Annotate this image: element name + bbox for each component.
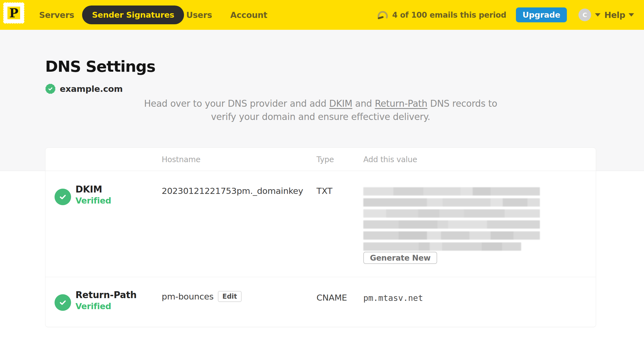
- table-header-row: Hostname Type Add this value: [45, 148, 596, 171]
- help-menu[interactable]: Help: [604, 0, 634, 30]
- verified-seal-icon: [45, 83, 56, 95]
- description-text-line2: verify your domain and ensure effective …: [211, 111, 430, 122]
- help-label: Help: [604, 10, 625, 20]
- page-title: DNS Settings: [45, 57, 155, 75]
- gauge-icon: [377, 10, 388, 19]
- description-text: and: [352, 98, 375, 109]
- hostname-cell: pm-bounces: [162, 291, 213, 301]
- chevron-down-icon: [595, 13, 600, 17]
- description-text: DNS records to: [427, 98, 497, 109]
- dns-records-card: Hostname Type Add this value DKIM Verifi…: [45, 148, 596, 327]
- redacted-value-bar: [363, 209, 540, 218]
- usage-text: 4 of 100 emails this period: [392, 10, 506, 20]
- dkim-link[interactable]: DKIM: [329, 98, 352, 109]
- verified-check-icon: [55, 294, 71, 311]
- status-badge: Verified: [75, 301, 137, 312]
- logo-letter: P: [9, 6, 18, 20]
- column-header-hostname: Hostname: [162, 148, 201, 171]
- value-cell: pm.mtasv.net: [363, 293, 423, 303]
- record-name: Return-Path: [75, 289, 137, 301]
- redacted-value-bar: [363, 220, 540, 229]
- postage-stamp-icon: P: [3, 2, 25, 24]
- edit-button[interactable]: Edit: [218, 291, 241, 302]
- row-divider: [45, 277, 596, 277]
- nav-item-users[interactable]: Users: [186, 0, 212, 30]
- domain-row: example.com: [45, 83, 123, 95]
- verified-check-icon: [55, 189, 71, 205]
- status-badge: Verified: [75, 195, 111, 206]
- postmark-logo[interactable]: P: [3, 2, 25, 24]
- upgrade-button[interactable]: Upgrade: [516, 7, 567, 22]
- record-name: DKIM: [75, 184, 111, 195]
- description-text: Head over to your DNS provider and add: [144, 98, 329, 109]
- redacted-value-bar: [363, 231, 540, 240]
- nav-item-servers[interactable]: Servers: [39, 0, 74, 30]
- redacted-value-bar: [363, 242, 521, 251]
- account-menu[interactable]: C: [578, 0, 600, 30]
- nav-item-sender-signatures-active[interactable]: Sender Signatures: [82, 6, 184, 24]
- type-cell: TXT: [316, 186, 332, 196]
- type-cell: CNAME: [316, 293, 347, 303]
- nav-item-account[interactable]: Account: [230, 0, 267, 30]
- checkmark-icon: [45, 83, 56, 95]
- column-header-add-this-value: Add this value: [363, 148, 417, 171]
- generate-new-button[interactable]: Generate New: [363, 252, 437, 264]
- chevron-down-icon: [629, 13, 634, 17]
- domain-name: example.com: [60, 84, 123, 94]
- redacted-value-bar: [363, 198, 540, 207]
- return-path-link[interactable]: Return-Path: [375, 98, 427, 109]
- top-navbar: P Servers Sender Signatures Users Accoun…: [0, 0, 644, 30]
- hostname-cell: 20230121221753pm._domainkey: [162, 186, 303, 196]
- column-header-type: Type: [316, 148, 334, 171]
- usage-meter: 4 of 100 emails this period: [377, 0, 506, 30]
- redacted-value-bar: [363, 187, 540, 196]
- avatar[interactable]: C: [578, 9, 591, 21]
- page-description: Head over to your DNS provider and add D…: [133, 97, 508, 124]
